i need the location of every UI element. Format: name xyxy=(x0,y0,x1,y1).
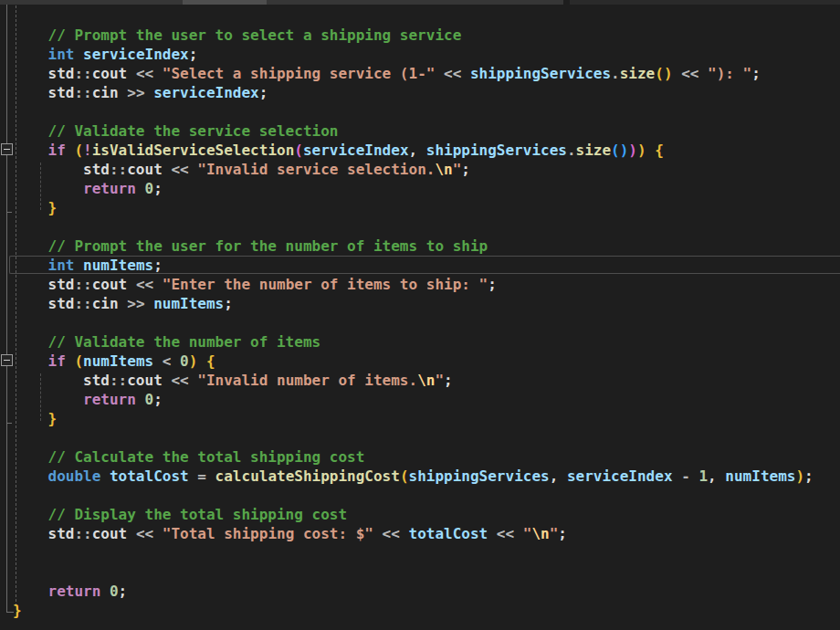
code-line: std::cin >> numItems; xyxy=(13,294,840,313)
code-token: ; xyxy=(153,391,163,408)
code-token xyxy=(127,276,136,293)
code-token: size xyxy=(620,65,656,82)
code-token: ; xyxy=(804,467,814,485)
fold-end-marker xyxy=(7,423,12,424)
code-token: "Enter the number of items to ship: " xyxy=(163,276,488,293)
code-token xyxy=(13,391,83,408)
code-line: // Validate the service selection xyxy=(13,121,840,141)
code-token: ) xyxy=(628,142,637,159)
code-token: :: xyxy=(110,161,127,178)
code-token xyxy=(13,142,48,159)
code-token: numItems xyxy=(153,295,224,312)
code-token: ) xyxy=(795,467,804,485)
code-token: () xyxy=(655,65,672,82)
code-token xyxy=(74,257,83,274)
code-line: std::cout << "Invalid number of items.\n… xyxy=(13,371,840,390)
code-token xyxy=(119,295,128,312)
code-line xyxy=(13,486,840,505)
fold-collapse-button[interactable] xyxy=(1,354,13,366)
code-token xyxy=(163,161,172,178)
code-token: :: xyxy=(74,295,91,312)
code-token: >> xyxy=(127,84,144,101)
code-token: ; xyxy=(224,295,233,312)
code-token: serviceIndex xyxy=(303,142,409,159)
code-token: double xyxy=(48,467,101,485)
code-token xyxy=(435,65,444,82)
code-token: std xyxy=(13,372,110,389)
code-token: " xyxy=(435,372,444,389)
code-line xyxy=(13,102,840,121)
code-token: << xyxy=(171,372,188,389)
code-token: ; xyxy=(259,84,268,101)
code-token: serviceIndex xyxy=(567,467,673,485)
code-token xyxy=(373,525,383,542)
code-token: << xyxy=(681,65,698,82)
code-token: calculateShippingCost xyxy=(215,467,400,485)
code-token: numItems xyxy=(83,352,153,370)
code-token: \n xyxy=(531,525,549,542)
code-token xyxy=(189,161,198,178)
code-token: cin xyxy=(92,295,119,312)
code-token xyxy=(13,46,48,63)
code-token: ( xyxy=(74,142,83,159)
code-token: ; xyxy=(153,257,163,274)
code-token: () xyxy=(611,142,628,159)
code-token: ; xyxy=(189,46,198,63)
code-line: // Validate the number of items xyxy=(13,332,840,352)
code-token xyxy=(189,467,198,485)
code-token: " xyxy=(550,525,559,542)
code-token: ) xyxy=(637,142,646,159)
code-token xyxy=(100,467,110,485)
code-token: ; xyxy=(153,180,163,197)
code-token: "Total shipping cost: $" xyxy=(163,525,373,542)
code-token: . xyxy=(611,65,620,82)
code-token: cout xyxy=(127,372,163,389)
code-token: // Display the total shipping cost xyxy=(13,506,347,523)
code-token: ; xyxy=(751,65,761,82)
code-token xyxy=(13,257,48,274)
code-token: cout xyxy=(92,276,128,293)
code-token xyxy=(13,410,48,427)
code-token: shippingServices xyxy=(409,467,550,485)
code-line: if (numItems < 0) { xyxy=(13,352,840,371)
code-token: return xyxy=(83,391,136,408)
code-token xyxy=(136,391,145,408)
code-token xyxy=(153,65,163,82)
code-token: totalCost xyxy=(409,525,488,542)
code-token: 0 xyxy=(180,352,189,370)
code-token xyxy=(400,525,409,542)
fold-collapse-button[interactable] xyxy=(1,143,13,155)
code-token: cin xyxy=(92,84,119,101)
code-token: ( xyxy=(74,352,83,370)
code-token xyxy=(197,352,206,370)
code-token: serviceIndex xyxy=(153,84,259,101)
code-token: if xyxy=(48,142,66,159)
code-token: "Invalid number of items. xyxy=(197,372,417,389)
code-token xyxy=(13,467,48,485)
code-token xyxy=(690,467,699,485)
code-line: } xyxy=(13,409,840,428)
code-token: = xyxy=(197,467,206,485)
code-line: } xyxy=(13,601,840,620)
code-token: , xyxy=(708,467,725,485)
code-token xyxy=(13,352,48,370)
code-token: ) xyxy=(189,352,198,370)
code-token: int xyxy=(48,46,75,63)
code-token: \n xyxy=(417,372,435,389)
code-token xyxy=(66,352,75,370)
code-token: isValidServiceSelection xyxy=(92,142,295,159)
code-token: // Calculate the total shipping cost xyxy=(13,448,364,466)
code-token: >> xyxy=(127,295,144,312)
code-line xyxy=(13,313,840,332)
code-token: << xyxy=(383,525,400,542)
code-line: return 0; xyxy=(13,390,840,409)
code-token xyxy=(13,583,48,600)
code-token: std xyxy=(13,65,74,82)
code-token xyxy=(514,525,523,542)
code-line: // Prompt the user to select a shipping … xyxy=(13,26,840,45)
code-token: << xyxy=(171,161,188,178)
code-token xyxy=(673,65,682,82)
code-area[interactable]: // Prompt the user to select a shipping … xyxy=(13,6,840,620)
code-token: shippingServices xyxy=(470,65,611,82)
code-token: "Invalid service selection. xyxy=(197,161,435,178)
